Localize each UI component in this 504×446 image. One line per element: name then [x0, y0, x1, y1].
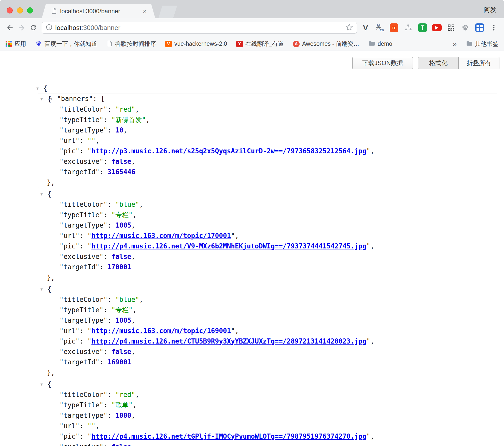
url-text[interactable]: localhost:3000/banner	[55, 24, 343, 32]
json-quote: "	[366, 337, 370, 345]
new-tab-button[interactable]	[158, 6, 177, 18]
reload-button[interactable]	[27, 22, 39, 34]
json-field-url: "url": "",	[38, 136, 497, 146]
json-atom-value: false	[111, 443, 131, 446]
json-colon: :	[107, 221, 115, 229]
json-field-titleColor: "titleColor": "red",	[38, 390, 497, 400]
window-close-button[interactable]	[7, 7, 13, 13]
json-comma: ,	[370, 242, 374, 250]
json-object-open-line: ▼{	[38, 379, 497, 390]
collapse-triangle-icon[interactable]: ▼	[40, 284, 47, 294]
json-colon: :	[107, 391, 115, 398]
bookmark-awesomes[interactable]: A Awesomes - 前端资…	[293, 40, 359, 48]
paw-extension-icon[interactable]	[460, 23, 470, 33]
format-button[interactable]: 格式化	[418, 57, 459, 69]
json-tree: ▼{ ▼"banners": [ ▼{"titleColor": "red","…	[0, 73, 504, 446]
json-field-typeTitle: "typeTitle": "专栏",	[38, 210, 497, 220]
youtube-extension-icon[interactable]	[432, 23, 442, 33]
collapse-triangle-icon[interactable]: ▼	[36, 83, 43, 94]
browser-menu-icon[interactable]	[489, 23, 499, 33]
json-url-link[interactable]: http://music.163.com/m/topic/170001	[91, 232, 231, 240]
json-key: "exclusive"	[60, 443, 103, 446]
vimium-extension-icon[interactable]: V	[360, 23, 371, 33]
json-url-link[interactable]: http://p4.music.126.net/tGPljf-IMOCyPvum…	[91, 433, 366, 440]
json-url-link[interactable]: http://p4.music.126.net/CTU5B9R9y3XyYBZX…	[91, 337, 366, 345]
bookmark-baidu[interactable]: 百度一下，你就知道	[35, 40, 97, 48]
bookmark-demo-folder[interactable]: demo	[368, 40, 392, 48]
site-info-icon[interactable]	[46, 24, 53, 32]
json-open-brace: {	[47, 95, 51, 103]
json-colon: :	[107, 201, 115, 208]
json-comma: ,	[370, 433, 374, 440]
json-object-open-line: ▼{	[38, 284, 497, 294]
collapse-all-button[interactable]: 折叠所有	[459, 57, 499, 69]
bookmarks-overflow-chevron[interactable]: »	[453, 40, 457, 48]
json-url-link[interactable]: http://p4.music.126.net/V9-MXz6b2MNhEKju…	[91, 242, 366, 250]
json-quote: "	[231, 327, 235, 335]
tab-strip: localhost:3000/banner × 阿发	[0, 0, 504, 18]
bookmark-youdao[interactable]: Y 在线翻译_有道	[236, 40, 284, 48]
bookmark-google-sort[interactable]: 谷歌按时间排序	[106, 40, 156, 48]
forward-button[interactable]	[16, 22, 27, 34]
json-object-block: ▼{"titleColor": "blue","typeTitle": "专栏"…	[38, 189, 497, 283]
json-field-typeTitle: "typeTitle": "专栏",	[38, 305, 497, 315]
json-colon: :	[103, 306, 111, 314]
bookmark-star-icon[interactable]	[345, 23, 353, 32]
json-string-value: "新碟首发"	[111, 116, 146, 124]
browser-tab[interactable]: localhost:3000/banner ×	[42, 4, 155, 18]
json-url-link[interactable]: http://p3.music.126.net/s25q2x5QyqsAzilC…	[91, 147, 366, 155]
bookmark-label: Awesomes - 前端资…	[302, 40, 359, 48]
json-colon: :	[100, 168, 107, 176]
json-key: "targetId"	[60, 168, 100, 176]
profile-name[interactable]: 阿发	[484, 6, 496, 14]
json-object-block: ▼{"titleColor": "red","typeTitle": "歌单",…	[38, 379, 497, 446]
blue-grid-extension-icon[interactable]	[474, 23, 485, 33]
json-quote: "	[231, 232, 235, 240]
collapse-triangle-icon[interactable]: ▼	[40, 379, 47, 390]
json-colon: :	[79, 327, 87, 335]
fehelper-extension-icon[interactable]: FE	[389, 23, 399, 33]
json-open-brace: {	[47, 380, 51, 388]
json-quote: "	[366, 242, 370, 250]
json-field-exclusive: "exclusive": false,	[38, 251, 497, 262]
json-object-open-line: ▼{	[38, 189, 497, 199]
json-url-link[interactable]: http://music.163.com/m/topic/169001	[91, 327, 231, 335]
json-key: "pic"	[60, 242, 79, 250]
vimium-glyph: V	[363, 23, 368, 32]
json-colon: :	[103, 401, 111, 409]
dictionary-extension-icon[interactable]: 英 en	[375, 23, 385, 33]
collapse-triangle-icon[interactable]: ▼	[40, 189, 47, 199]
window-zoom-button[interactable]	[27, 7, 33, 13]
json-key: "targetType"	[60, 317, 107, 324]
blue-grid-glyph	[477, 25, 483, 31]
green-t-extension-icon[interactable]: T	[417, 23, 428, 33]
qrcode-extension-icon[interactable]	[446, 23, 456, 33]
json-key: "url"	[60, 137, 79, 144]
back-button[interactable]	[4, 22, 16, 34]
json-comma: ,	[131, 412, 135, 419]
json-colon: :	[100, 263, 107, 271]
tab-close-icon[interactable]: ×	[143, 8, 147, 14]
window-minimize-button[interactable]	[17, 7, 23, 13]
bookmark-label: 其他书签	[475, 40, 498, 48]
address-bar[interactable]: localhost:3000/banner	[42, 22, 357, 34]
bookmark-apps[interactable]: 应用	[6, 40, 26, 48]
bookmark-vue-hackernews[interactable]: V vue-hackernews-2.0	[165, 40, 227, 47]
json-comma: ,	[133, 211, 137, 219]
bookmark-label: 在线翻译_有道	[245, 40, 284, 48]
bookmark-other-bookmarks[interactable]: 其他书签	[466, 40, 498, 48]
download-json-button[interactable]: 下载JSON数据	[352, 57, 413, 69]
json-string-value: "blue"	[115, 201, 139, 208]
collapse-triangle-icon[interactable]: ▼	[40, 94, 47, 104]
json-comma: ,	[95, 422, 100, 430]
json-object-close-line: },	[38, 272, 497, 283]
json-key: "exclusive"	[60, 253, 103, 260]
page-content: 下载JSON数据 格式化 折叠所有 ▼{ ▼"banners": [ ▼{"ti…	[0, 51, 504, 446]
json-key: "typeTitle"	[60, 401, 103, 409]
json-field-exclusive: "exclusive": false,	[38, 442, 497, 446]
json-string-value: "歌单"	[111, 401, 133, 409]
green-t-glyph: T	[418, 23, 427, 32]
json-field-titleColor: "titleColor": "blue",	[38, 199, 497, 210]
json-array-open: : [	[93, 95, 105, 102]
sitemap-extension-icon[interactable]	[403, 23, 413, 33]
